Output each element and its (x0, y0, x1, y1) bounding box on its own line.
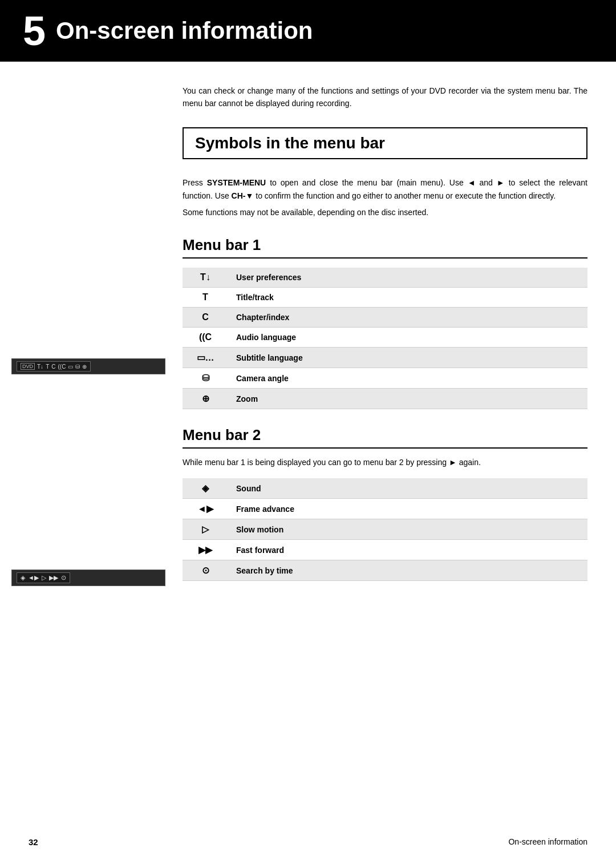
label-cell: User preferences (228, 268, 587, 288)
symbol-cell: C (183, 308, 228, 328)
label-cell: Title/track (228, 288, 587, 308)
chapter-number: 5 (23, 10, 46, 51)
symbol-cell: T (183, 288, 228, 308)
footer-section-title: On-screen information (508, 837, 587, 847)
label-cell: Slow motion (228, 519, 587, 540)
label-cell: Audio language (228, 328, 587, 348)
table-row: ⊙Search by time (183, 560, 587, 581)
symbol-cell: ◄▶ (183, 499, 228, 519)
symbols-heading-box: Symbols in the menu bar (183, 127, 587, 159)
intro-text: You can check or change many of the func… (183, 84, 587, 110)
page-header: 5 On-screen information (0, 0, 616, 62)
label-cell: Sound (228, 478, 587, 499)
table-row: ◄▶Frame advance (183, 499, 587, 519)
label-cell: Frame advance (228, 499, 587, 519)
symbol-cell: ◈ (183, 478, 228, 499)
label-cell: Chapter/index (228, 308, 587, 328)
label-cell: Zoom (228, 389, 587, 409)
menubar1-preview: DVD T↓ T C ((C ▭ ⛁ ⊕ (11, 358, 165, 374)
table-row: ((CAudio language (183, 328, 587, 348)
menubar2-table: ◈Sound◄▶Frame advance▷Slow motion▶▶Fast … (183, 478, 587, 581)
main-content: You can check or change many of the func… (177, 62, 616, 621)
table-row: ⛁Camera angle (183, 368, 587, 389)
instruction-text-2: Some functions may not be available, dep… (183, 206, 587, 219)
table-row: T↓User preferences (183, 268, 587, 288)
label-cell: Subtitle language (228, 348, 587, 368)
menubar2-heading: Menu bar 2 (183, 426, 587, 449)
menubar2-preview: ◈ ◄▶ ▷ ▶▶ ⊙ (11, 570, 165, 586)
symbol-cell: ((C (183, 328, 228, 348)
symbol-cell: T↓ (183, 268, 228, 288)
page-footer: 32 On-screen information (0, 837, 616, 847)
label-cell: Fast forward (228, 540, 587, 560)
table-row: ▭…Subtitle language (183, 348, 587, 368)
label-cell: Camera angle (228, 368, 587, 389)
symbol-cell: ⛁ (183, 368, 228, 389)
table-row: ◈Sound (183, 478, 587, 499)
page-number: 32 (29, 837, 38, 847)
table-row: TTitle/track (183, 288, 587, 308)
symbols-heading: Symbols in the menu bar (195, 134, 575, 152)
chapter-title: On-screen information (56, 17, 313, 45)
symbol-cell: ▷ (183, 519, 228, 540)
symbol-cell: ⊕ (183, 389, 228, 409)
table-row: CChapter/index (183, 308, 587, 328)
table-row: ▶▶Fast forward (183, 540, 587, 560)
symbol-cell: ⊙ (183, 560, 228, 581)
menubar1-table: T↓User preferencesTTitle/trackCChapter/i… (183, 268, 587, 409)
label-cell: Search by time (228, 560, 587, 581)
menubar1-heading: Menu bar 1 (183, 236, 587, 259)
symbol-cell: ▭… (183, 348, 228, 368)
while-note: While menu bar 1 is being displayed you … (183, 458, 587, 467)
table-row: ⊕Zoom (183, 389, 587, 409)
symbol-cell: ▶▶ (183, 540, 228, 560)
sidebar: DVD T↓ T C ((C ▭ ⛁ ⊕ ◈ ◄▶ ▷ ▶▶ ⊙ (0, 62, 177, 621)
instruction-text-1: Press SYSTEM-MENU to open and close the … (183, 176, 587, 203)
table-row: ▷Slow motion (183, 519, 587, 540)
